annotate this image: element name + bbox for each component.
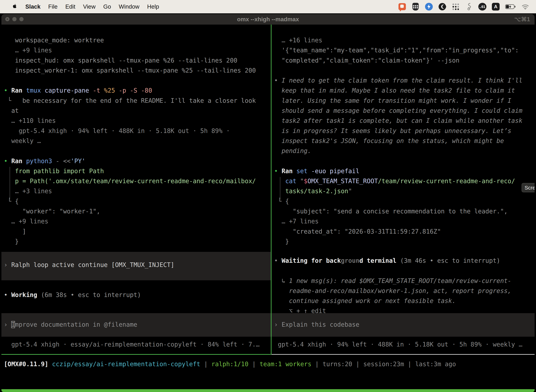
terminal-line: should send a message before completing … [274,106,535,116]
terminal-line: inspect task2's JSON, focusing on the st… [274,136,535,146]
terminal-line: "created_at": "2026-03-31T11:59:27.816Z" [274,227,535,237]
terminal-line: • Ran set -euo pipefail [274,166,535,176]
terminal-line: tasks/task-2.json" [274,186,535,196]
terminal-line: readme-and-reco/mailbox/worker-1.json, a… [274,286,535,296]
terminal-line: from pathlib import Path [4,166,271,176]
terminal-line: inspect_hud: omx sparkshell --tmux-pane … [4,56,271,65]
window-shortcut-badge: ⌥⌘1 [514,14,530,25]
terminal-line: p = Path('.omx/state/team/review-current… [4,176,271,186]
terminal-line [274,156,535,166]
right-pane[interactable]: … +16 lines '{"team_name":"my-team","tas… [272,35,535,247]
terminal-line: pending. [274,146,535,156]
wifi-icon[interactable] [521,3,529,11]
tmux-session-label: [omx-cczip0:bash* [4,389,65,392]
dots-grid-icon[interactable] [452,3,460,11]
menu-item-file[interactable]: File [44,3,61,10]
terminal-line: gpt-5.4 xhigh · 94% left · 488K in · 5.1… [4,126,271,136]
terminal-line: › Improve documentation in @filename [4,320,271,330]
apple-icon [12,3,18,9]
terminal-line: • Ran python3 - <<'PY' [4,156,271,166]
terminal-line: [OMX#0.11.9] cczip/essay/ai-reimplementa… [4,359,535,369]
tmux-status-bar: [omx-cczip0:bash* "MacBook-Pro-44.local"… [1,389,535,392]
terminal-window: omx --xhigh --madmax ⌥⌘1 workspace_mode:… [1,14,535,392]
terminal-line: … +7 lines [274,216,535,226]
chat-icon[interactable] [398,3,406,11]
terminal-line: weekly … [4,136,271,146]
text-cursor: I [11,321,15,328]
blue-bolt-icon[interactable] [425,3,433,11]
menu-item-edit[interactable]: Edit [61,3,79,10]
waiting-status-block: • Waiting for background terminal (3m 46… [272,256,535,316]
terminal-line [274,266,535,276]
terminal-line: ] [4,227,271,237]
terminal-line: └ { [4,196,271,206]
terminal-line [4,146,271,156]
terminal-line: • Working (6m 38s • esc to interrupt) [4,290,271,300]
terminal-line: … +3 lines [4,186,271,196]
terminal-line: inspect_worker-1: omx sparkshell --tmux-… [4,65,271,75]
terminal-content: workspace_mode: worktree … +9 lines insp… [1,25,535,392]
squiggle-icon[interactable] [465,3,473,11]
terminal-line: └ be necessary for the end of the README… [4,96,271,106]
terminal-line: • I need to get the claim token from the… [274,75,535,85]
terminal-line: } [4,237,271,247]
terminal-line: └ { [274,196,535,206]
menu-item-app[interactable]: Slack [21,3,44,10]
terminal-line: gpt-5.4 xhigh · 94% left · 488K in · 5.1… [274,340,535,350]
terminal-line: • Waiting for background terminal (3m 46… [274,256,535,266]
terminal-line: "completed","claim_token":"claim-token"}… [274,56,535,65]
ralph-loop-banner: › Ralph loop active continue [OMX_TMUX_I… [1,252,271,280]
terminal-line [4,75,271,85]
menu-item-go[interactable]: Go [99,3,115,10]
pane-divider[interactable] [271,25,272,355]
tmux-host-clock: "MacBook-Pro-44.local" 05:03 31-Mar-26 [395,389,532,392]
dark-crescent-icon[interactable] [438,3,446,11]
omx-status-line: [OMX#0.11.9] cczip/essay/ai-reimplementa… [1,359,535,369]
menu-item-window[interactable]: Window [115,3,143,10]
working-status: • Working (6m 38s • esc to interrupt) [1,290,271,300]
terminal-line: workspace_mode: worktree [4,35,271,45]
terminal-line [274,65,535,75]
terminal-line: gpt-5.4 xhigh · essay/ai-reimplementatio… [4,340,271,350]
menu-item-view[interactable]: View [79,3,99,10]
terminal-line: keep that in mind. Maybe I also need the… [274,85,535,96]
output-bracket-line [280,177,280,200]
prompt-input-left[interactable]: › Improve documentation in @filename [1,313,271,337]
terminal-line: › Explain this codebase [274,320,535,330]
terminal-line: task2 after task1 is complete, but can I… [274,116,535,126]
pane-status-right: gpt-5.4 xhigh · 94% left · 488K in · 5.1… [272,340,535,350]
terminal-line: '{"team_name":"my-team","task_id":"1","f… [274,45,535,55]
window-title: omx --xhigh --madmax [1,14,535,25]
terminal-line: ↳ 1 new msg(s): read $OMX_TEAM_STATE_ROO… [274,276,535,286]
terminal-line: at [4,106,271,116]
terminal-line: … +110 lines [4,116,271,126]
terminal-line: … +9 lines [4,45,271,55]
terminal-line: cat "$OMX_TEAM_STATE_ROOT/team/review-cu… [274,176,535,186]
shield-grid-icon[interactable] [412,3,420,11]
prompt-input-right[interactable]: › Explain this codebase [271,313,535,337]
terminal-line: "subject": "send a concise recommendatio… [274,206,535,216]
terminal-line: … +9 lines [4,216,271,226]
countdown-icon[interactable]: ..61 [478,3,486,11]
battery-charging-icon[interactable] [505,3,516,11]
apple-menu[interactable] [8,3,21,11]
menu-bar: Slack File Edit View Go Window Help ..61… [0,0,536,13]
window-title-bar[interactable]: omx --xhigh --madmax ⌥⌘1 [1,14,535,25]
pane-border-active [1,354,271,355]
terminal-line: later. Using the same for transition mig… [274,96,535,106]
input-source-icon[interactable]: A [492,3,500,11]
terminal-line: is in progress? It seems likely but perh… [274,126,535,136]
menu-item-help[interactable]: Help [143,3,163,10]
pane-status-left: gpt-5.4 xhigh · essay/ai-reimplementatio… [1,340,271,350]
terminal-line: › Ralph loop active continue [OMX_TMUX_I… [4,260,271,270]
screenshot-tooltip: Scre [522,183,535,192]
left-pane[interactable]: workspace_mode: worktree … +9 lines insp… [1,35,271,247]
pane-border-inactive [272,354,535,355]
terminal-line: … +16 lines [274,35,535,45]
terminal-line: continue assigned work or next feasible … [274,296,535,306]
output-bracket-line [10,167,10,200]
terminal-line: • Ran tmux capture-pane -t %25 -p -S -80 [4,85,271,96]
terminal-line: "worker": "worker-1", [4,206,271,216]
terminal-line: } [274,237,535,247]
